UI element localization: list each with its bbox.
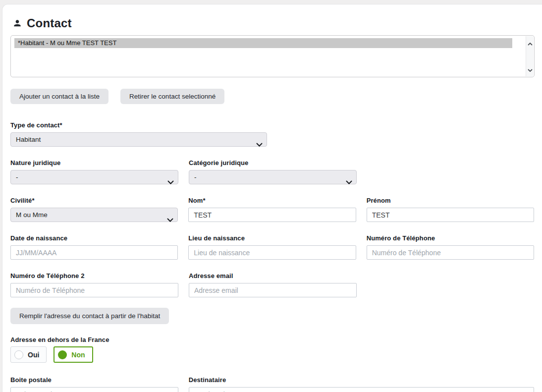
fill-address-button[interactable]: Remplir l'adresse du contact à partir de… xyxy=(10,308,169,324)
date-naissance-label: Date de naissance xyxy=(10,234,178,242)
toggle-non-label: Non xyxy=(71,351,85,359)
radio-circle-filled-icon xyxy=(58,350,67,359)
boite-postale-label: Boite postale xyxy=(10,376,178,384)
email-label: Adresse email xyxy=(189,272,357,280)
type-contact-select[interactable]: Habitant xyxy=(10,132,267,147)
prenom-label: Prénom xyxy=(367,197,534,205)
toggle-oui-label: Oui xyxy=(28,351,39,359)
lieu-naissance-input[interactable] xyxy=(188,245,356,260)
page-title-text: Contact xyxy=(27,17,72,30)
telephone2-label: Numéro de Téléphone 2 xyxy=(10,272,178,280)
toggle-non-button[interactable]: Non xyxy=(54,346,93,363)
adresse-hors-france-label: Adresse en dehors de la France xyxy=(10,336,534,344)
nom-label: Nom* xyxy=(188,197,356,205)
person-icon xyxy=(12,18,22,28)
add-contact-button[interactable]: Ajouter un contact à la liste xyxy=(10,89,108,104)
nature-juridique-select[interactable]: - xyxy=(10,170,178,184)
remove-contact-button[interactable]: Retirer le contact selectionné xyxy=(120,89,224,104)
contact-list-item[interactable]: *Habitant - M ou Mme TEST TEST xyxy=(14,38,512,48)
lieu-naissance-label: Lieu de naissance xyxy=(188,234,356,242)
toggle-oui-button[interactable]: Oui xyxy=(10,346,47,363)
page-title: Contact xyxy=(12,17,534,30)
radio-circle-icon xyxy=(14,350,23,359)
contact-listbox[interactable]: *Habitant - M ou Mme TEST TEST xyxy=(10,35,535,77)
civilite-label: Civilité* xyxy=(10,197,178,205)
contact-panel: Contact *Habitant - M ou Mme TEST TEST A… xyxy=(2,4,542,392)
categorie-juridique-select[interactable]: - xyxy=(189,170,357,184)
civilite-select[interactable]: M ou Mme xyxy=(10,208,178,222)
type-contact-label: Type de contact* xyxy=(10,121,267,129)
scroll-down-icon[interactable] xyxy=(528,65,533,74)
telephone-label: Numéro de Téléphone xyxy=(367,234,534,242)
categorie-juridique-label: Catégorie juridique xyxy=(189,159,357,167)
scroll-up-icon[interactable] xyxy=(528,39,533,48)
listbox-scrollbar[interactable] xyxy=(526,36,534,76)
telephone2-input[interactable] xyxy=(10,283,178,297)
email-input[interactable] xyxy=(189,283,357,297)
nom-input[interactable] xyxy=(188,208,356,222)
destinataire-label: Destinataire xyxy=(189,376,534,384)
date-naissance-input[interactable] xyxy=(10,245,178,260)
boite-postale-input[interactable] xyxy=(10,387,178,392)
destinataire-input[interactable] xyxy=(189,387,534,392)
prenom-input[interactable] xyxy=(367,208,534,222)
telephone-input[interactable] xyxy=(367,245,534,260)
nature-juridique-label: Nature juridique xyxy=(10,159,178,167)
